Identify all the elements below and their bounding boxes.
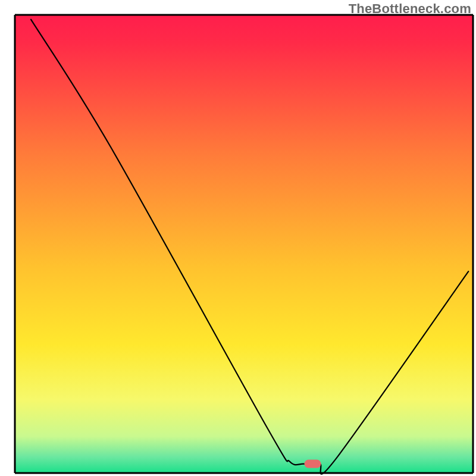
chart-svg: [0, 0, 476, 476]
bottleneck-chart: TheBottleneck.com: [0, 0, 476, 476]
optimal-marker: [305, 460, 321, 468]
plot-background: [15, 15, 473, 473]
watermark-text: TheBottleneck.com: [349, 1, 471, 17]
